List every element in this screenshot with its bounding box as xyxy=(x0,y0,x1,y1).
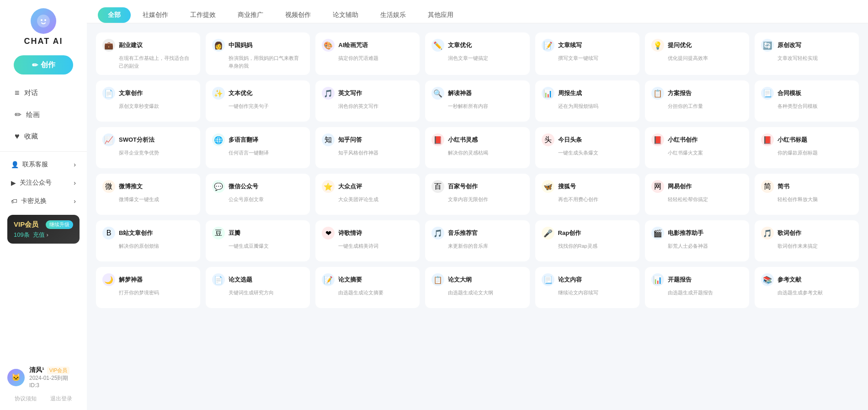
card-item[interactable]: 📄 文章创作 原创文章秒变爆款 xyxy=(96,80,200,122)
card-item[interactable]: ❤ 诗歌情诗 一键生成精美诗词 xyxy=(315,220,420,261)
logout-link[interactable]: 退出登录 xyxy=(50,395,72,403)
card-icon: 🎬 xyxy=(651,227,664,240)
card-item[interactable]: 📋 论文大纲 由选题生成论文大纲 xyxy=(425,267,529,308)
tab-all[interactable]: 全部 xyxy=(98,7,131,23)
app-title: CHAT AI xyxy=(24,37,63,46)
card-item[interactable]: 📕 小红书标题 你的爆款原创标题 xyxy=(755,127,859,168)
card-item[interactable]: 🔍 解读神器 一秒解析所有内容 xyxy=(425,80,529,122)
tab-work[interactable]: 工作提效 xyxy=(180,7,226,23)
vip-badge[interactable]: 继续升级 xyxy=(46,220,73,229)
card-item[interactable]: ⭐ 大众点评 大众美团评论生成 xyxy=(315,174,420,215)
card-item[interactable]: B B站文章创作 解决你的原创烦恼 xyxy=(96,220,200,261)
sidebar-footer: 协议须知 退出登录 xyxy=(7,392,80,403)
card-title: 方案报告 xyxy=(668,89,692,97)
card-item[interactable]: 🎵 英文写作 润色你的英文写作 xyxy=(315,80,420,122)
sidebar-item-favorites[interactable]: ♥ 收藏 xyxy=(7,126,80,147)
card-item[interactable]: 🔄 原创改写 文章改写轻松实现 xyxy=(755,32,859,75)
sidebar-item-dialog[interactable]: ≡ 对话 xyxy=(7,83,80,103)
create-button[interactable]: ✏ 创作 xyxy=(14,55,73,75)
card-item[interactable]: 📄 论文选题 关键词生成研究方向 xyxy=(206,267,310,308)
card-item[interactable]: 🎨 AI绘画咒语 搞定你的咒语难题 xyxy=(315,32,420,75)
card-item[interactable]: 📈 SWOT分析法 探寻企业竞争优势 xyxy=(96,127,200,168)
card-item[interactable]: 🎵 音乐推荐官 来更新你的音乐库 xyxy=(425,220,529,261)
card-item[interactable]: 🌐 多语言翻译 任何语言一键翻译 xyxy=(206,127,310,168)
card-desc: 一秒解析所有内容 xyxy=(448,102,523,110)
tab-business[interactable]: 商业推广 xyxy=(228,7,273,23)
card-item[interactable]: 🎤 Rap创作 找找你的Rap灵感 xyxy=(535,220,639,261)
card-item[interactable]: 📃 论文内容 继续论文内容续写 xyxy=(535,267,639,308)
card-item[interactable]: 📕 小红书创作 小红书爆火文案 xyxy=(645,127,749,168)
sidebar-link-service[interactable]: 👤 联系客服 › xyxy=(0,155,87,174)
card-item[interactable]: 🎬 电影推荐助手 影荒人士必备神器 xyxy=(645,220,749,261)
card-item[interactable]: 📊 周报生成 还在为周报烦恼吗 xyxy=(535,80,639,122)
card-item[interactable]: 🎵 歌词创作 歌词创作来来搞定 xyxy=(755,220,859,261)
card-item[interactable]: 📕 小红书灵感 解决你的灵感枯竭 xyxy=(425,127,529,168)
card-item[interactable]: 简 简书 轻松创作释放大脑 xyxy=(755,174,859,215)
card-header: 微 微博推文 xyxy=(102,180,194,193)
card-desc: 一键生成精美诗词 xyxy=(338,242,413,250)
card-title: 小红书标题 xyxy=(777,136,807,144)
sidebar-item-draw[interactable]: ✏ 绘画 xyxy=(7,104,80,125)
cards-grid: 💼 副业建议 在现有工作基础上，寻找适合自己的副业 👩 中国妈妈 扮演我妈，用我… xyxy=(96,32,859,308)
card-item[interactable]: 🦋 搜狐号 再也不用费心创作 xyxy=(535,174,639,215)
card-item[interactable]: 👩 中国妈妈 扮演我妈，用我妈的口气来教育单身的我 xyxy=(206,32,310,75)
card-item[interactable]: 微 微博推文 微博爆文一键生成 xyxy=(96,174,200,215)
card-item[interactable]: 百 百家号创作 文章内容无限创作 xyxy=(425,174,529,215)
card-icon: 📄 xyxy=(212,273,225,286)
card-desc: 润色你的英文写作 xyxy=(338,102,413,110)
card-item[interactable]: 📊 开题报告 由选题生成开题报告 xyxy=(645,267,749,308)
card-item[interactable]: 📋 方案报告 分担你的工作量 xyxy=(645,80,749,122)
card-icon: 🎨 xyxy=(322,39,335,52)
card-title: 文章创作 xyxy=(119,89,143,97)
card-icon: ✏️ xyxy=(431,39,444,52)
card-item[interactable]: 💼 副业建议 在现有工作基础上，寻找适合自己的副业 xyxy=(96,32,200,75)
card-item[interactable]: 📚 参考文献 由选题生成参考文献 xyxy=(755,267,859,308)
card-title: 副业建议 xyxy=(119,41,143,49)
recharge-button[interactable]: 充值 xyxy=(33,231,45,238)
card-item[interactable]: 💡 提问优化 优化提问提高效率 xyxy=(645,32,749,75)
card-title: 论文内容 xyxy=(558,276,582,284)
card-desc: 各种类型合同模板 xyxy=(777,102,852,110)
card-header: 🎤 Rap创作 xyxy=(542,227,633,240)
tab-video[interactable]: 视频创作 xyxy=(275,7,321,23)
card-header: 📄 文章创作 xyxy=(102,87,194,100)
card-item[interactable]: 📝 论文摘要 由选题生成论文摘要 xyxy=(315,267,420,308)
card-desc: 一键生成豆瓣爆文 xyxy=(229,242,304,250)
card-item[interactable]: 头 今日头条 一键生成头条爆文 xyxy=(535,127,639,168)
card-icon: 📕 xyxy=(431,133,444,146)
card-item[interactable]: 豆 豆瓣 一键生成豆瓣爆文 xyxy=(206,220,310,261)
card-header: 📕 小红书标题 xyxy=(761,133,852,146)
tab-life[interactable]: 生活娱乐 xyxy=(370,7,416,23)
card-title: 今日头条 xyxy=(558,136,582,144)
sidebar-link-follow[interactable]: ▶ 关注公众号 › xyxy=(0,174,87,192)
card-title: 论文摘要 xyxy=(338,276,362,284)
card-header: 📋 论文大纲 xyxy=(431,273,523,286)
card-item[interactable]: 知 知乎问答 知乎风格创作神器 xyxy=(315,127,420,168)
card-header: 🎵 英文写作 xyxy=(322,87,413,100)
card-desc: 轻松创作释放大脑 xyxy=(777,196,852,203)
card-icon: 💬 xyxy=(212,180,225,193)
card-item[interactable]: 📝 文章续写 撰写文章一键续写 xyxy=(535,32,639,75)
card-desc: 扮演我妈，用我妈的口气来教育单身的我 xyxy=(229,54,304,69)
tab-social[interactable]: 社媒创作 xyxy=(133,7,178,23)
card-item[interactable]: ✨ 文本优化 一键创作完美句子 xyxy=(206,80,310,122)
card-item[interactable]: 📃 合同模板 各种类型合同模板 xyxy=(755,80,859,122)
protocol-link[interactable]: 协议须知 xyxy=(15,395,37,403)
sidebar-link-redeem[interactable]: 🏷 卡密兑换 › xyxy=(0,192,87,210)
card-title: 英文写作 xyxy=(338,89,362,97)
card-desc: 文章内容无限创作 xyxy=(448,196,523,203)
card-desc: 一键创作完美句子 xyxy=(229,102,304,110)
card-icon: 💡 xyxy=(651,39,664,52)
tab-paper[interactable]: 论文辅助 xyxy=(323,7,368,23)
card-desc: 再也不用费心创作 xyxy=(558,196,633,203)
card-item[interactable]: 网 网易创作 轻轻松松帮你搞定 xyxy=(645,174,749,215)
card-title: 歌词创作 xyxy=(777,229,801,237)
card-header: 百 百家号创作 xyxy=(431,180,523,193)
heart-icon: ♥ xyxy=(15,132,20,141)
card-item[interactable]: 💬 微信公众号 公众号原创文章 xyxy=(206,174,310,215)
card-item[interactable]: 🌙 解梦神器 打开你的梦境密码 xyxy=(96,267,200,308)
card-item[interactable]: ✏️ 文章优化 润色文章一键搞定 xyxy=(425,32,529,75)
tab-other[interactable]: 其他应用 xyxy=(418,7,463,23)
logo-icon xyxy=(31,8,56,34)
card-icon: 📋 xyxy=(651,87,664,100)
